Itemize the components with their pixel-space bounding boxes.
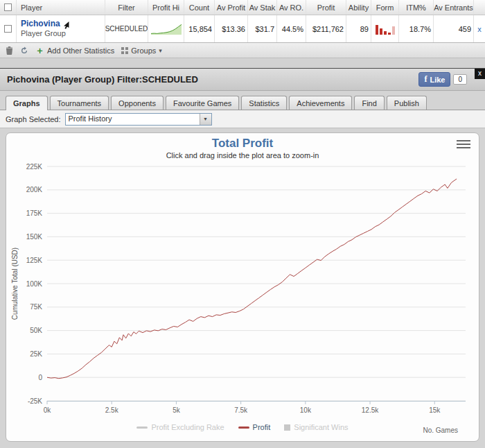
chart-menu-button[interactable] [457, 140, 470, 150]
ability-value: 89 [346, 15, 371, 42]
av-profit-value: $13.36 [215, 15, 248, 42]
column-header-av-stake[interactable]: Av Stak [248, 0, 277, 15]
column-header-av-entrants[interactable]: Av Entrants [434, 0, 474, 15]
facebook-like-button[interactable]: f Like [418, 72, 450, 87]
svg-text:150K: 150K [26, 233, 43, 241]
column-header-filter[interactable]: Filter [105, 0, 148, 15]
row-close-cell: x [474, 15, 485, 42]
av-roi-value: 44.5% [277, 15, 306, 42]
column-header-form[interactable]: Form [371, 0, 399, 15]
tab-graphs[interactable]: Graphs [6, 96, 48, 110]
column-header-profit[interactable]: Profit [306, 0, 346, 15]
tab-tournaments[interactable]: Tournaments [50, 96, 109, 110]
profit-value: $211,762 [306, 15, 346, 42]
graph-select-value: Profit History [66, 114, 200, 125]
svg-text:5k: 5k [173, 406, 181, 414]
cursor-icon [62, 21, 70, 29]
tab-favourite-games[interactable]: Favourite Games [166, 96, 239, 110]
column-header-av-roi[interactable]: Av RO. [277, 0, 306, 15]
delete-button[interactable] [6, 46, 13, 55]
tab-bar: Graphs Tournaments Opponents Favourite G… [0, 91, 485, 110]
page-gap [0, 58, 485, 68]
tab-find[interactable]: Find [354, 96, 384, 110]
plus-icon: ＋ [35, 47, 44, 54]
chart-title: Total Profit [6, 137, 479, 150]
svg-text:2.5k: 2.5k [105, 406, 119, 414]
select-all-checkbox[interactable] [4, 3, 12, 11]
player-cell: Pichovina Player Group [17, 15, 105, 42]
groups-dropdown[interactable]: Groups ▾ [121, 46, 162, 55]
graph-select-row: Graph Selected: Profit History ▼ [0, 110, 485, 128]
stats-table: Player Filter Profit Hi Count Av Profit … [0, 0, 485, 43]
profit-history-sparkline [148, 15, 184, 42]
row-checkbox-cell [0, 15, 17, 42]
tab-achievements[interactable]: Achievements [289, 96, 352, 110]
graph-selected-label: Graph Selected: [6, 115, 61, 123]
tab-publish[interactable]: Publish [387, 96, 427, 110]
sparkline-chart [151, 24, 182, 35]
svg-text:0: 0 [38, 374, 42, 381]
count-value: 15,854 [184, 15, 215, 42]
av-stake-value: $31.7 [248, 15, 277, 42]
column-header-itm[interactable]: ITM% [399, 0, 434, 15]
svg-text:7.5k: 7.5k [234, 406, 248, 414]
legend-label: Significant Wins [294, 423, 348, 431]
legend-label: Profit Excluding Rake [151, 423, 224, 431]
chevron-down-icon: ▾ [159, 47, 162, 54]
like-widget: f Like 0 [418, 72, 467, 87]
svg-text:12.5k: 12.5k [362, 406, 379, 414]
legend-item-profit[interactable]: Profit [238, 423, 271, 431]
toolbar: ＋ Add Other Statistics Groups ▾ [0, 43, 485, 58]
tab-statistics[interactable]: Statistics [241, 96, 287, 110]
refresh-button[interactable] [20, 46, 28, 55]
column-header-profit-history[interactable]: Profit Hi [148, 0, 184, 15]
panel-title: Pichovina (Player Group) Filter:SCHEDULE… [7, 74, 198, 85]
column-header-player[interactable]: Player [17, 0, 105, 15]
player-type-label: Player Group [21, 29, 70, 38]
column-header-ability[interactable]: Ability [346, 0, 371, 15]
like-label: Like [430, 76, 445, 84]
facebook-icon: f [424, 74, 427, 85]
column-header-av-profit[interactable]: Av Profit [215, 0, 248, 15]
column-header-close [474, 0, 485, 15]
tab-opponents[interactable]: Opponents [111, 96, 164, 110]
svg-text:125K: 125K [26, 257, 43, 264]
chart-plot-area[interactable]: -25K025K50K75K100K125K150K175K200K225K0k… [10, 161, 475, 423]
svg-text:10k: 10k [300, 406, 312, 414]
svg-text:100K: 100K [26, 280, 43, 288]
row-close-button[interactable]: x [477, 25, 482, 33]
panel-close-button[interactable]: x [475, 69, 485, 79]
chart-subtitle: Click and drag inside the plot area to z… [6, 151, 479, 160]
svg-text:15k: 15k [429, 406, 441, 414]
legend-swatch-line [136, 427, 148, 429]
player-name-link[interactable]: Pichovina [21, 19, 60, 28]
groups-label: Groups [131, 46, 156, 55]
refresh-icon [20, 46, 28, 55]
column-header-count[interactable]: Count [184, 0, 215, 15]
legend-item-profit-excluding-rake[interactable]: Profit Excluding Rake [136, 423, 224, 431]
profit-chart: Total Profit Click and drag inside the p… [6, 132, 479, 442]
graph-select-dropdown[interactable]: Profit History ▼ [65, 113, 212, 126]
row-checkbox[interactable] [4, 25, 12, 33]
itm-value: 18.7% [399, 15, 434, 42]
add-other-statistics-button[interactable]: ＋ Add Other Statistics [35, 46, 114, 55]
svg-text:50K: 50K [30, 327, 42, 334]
svg-text:Cumulative Total (USD): Cumulative Total (USD) [11, 248, 19, 320]
legend-swatch-box [284, 424, 290, 431]
add-other-statistics-label: Add Other Statistics [47, 46, 114, 55]
svg-text:25K: 25K [30, 350, 42, 358]
trash-icon [6, 46, 13, 55]
results-panel: x Pichovina (Player Group) Filter:SCHEDU… [0, 68, 485, 448]
panel-header: Pichovina (Player Group) Filter:SCHEDULE… [0, 69, 485, 91]
svg-text:-25K: -25K [28, 397, 42, 405]
svg-text:75K: 75K [30, 303, 42, 311]
svg-text:200K: 200K [26, 186, 43, 193]
legend-swatch-line [238, 427, 249, 429]
form-cell [371, 15, 399, 42]
legend-item-significant-wins[interactable]: Significant Wins [284, 423, 348, 431]
select-all-checkbox-cell [0, 0, 17, 15]
grid-icon [121, 47, 128, 54]
svg-text:225K: 225K [26, 163, 43, 171]
dropdown-arrow-icon: ▼ [200, 114, 211, 125]
like-count: 0 [453, 74, 467, 85]
